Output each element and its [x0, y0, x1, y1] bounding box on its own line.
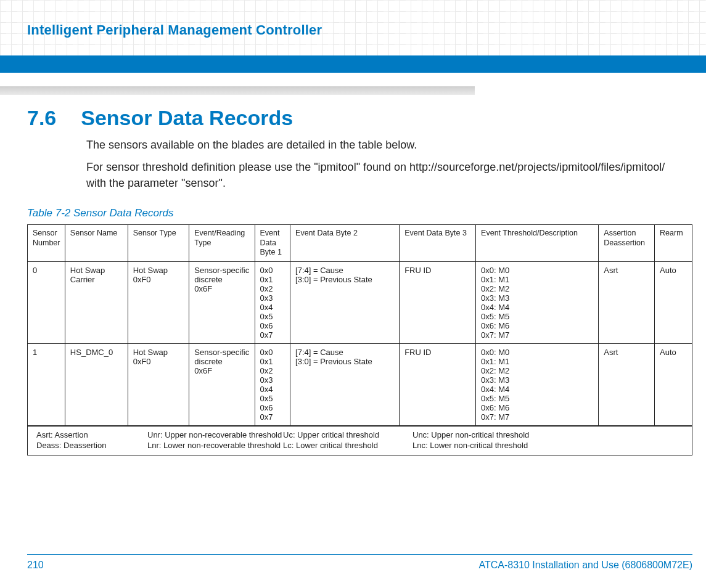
cell-event-data-byte-1: 0x0 0x1 0x2 0x3 0x4 0x5 0x6 0x7: [255, 343, 290, 426]
th-event-data-byte-3: Event Data Byte 3: [400, 225, 476, 262]
cell-event-threshold-desc: 0x0: M0 0x1: M1 0x2: M2 0x3: M3 0x4: M4 …: [476, 343, 599, 426]
th-event-data-byte-2: Event Data Byte 2: [290, 225, 400, 262]
chapter-title: Intelligent Peripheral Management Contro…: [27, 22, 322, 38]
table-legend-row: Asrt: Assertion Unr: Upper non-recoverab…: [28, 426, 692, 455]
legend-uc: Uc: Upper critical threshold: [283, 430, 413, 439]
header-grey-bar: [0, 86, 475, 95]
table-row: 1 HS_DMC_0 Hot Swap 0xF0 Sensor-specific…: [28, 343, 692, 426]
cell-event-reading-type: Sensor-specific discrete 0x6F: [189, 261, 255, 343]
cell-assertion-deassertion: Asrt: [599, 343, 655, 426]
th-sensor-type: Sensor Type: [128, 225, 189, 262]
legend-lnr: Lnr: Lower non-recoverable threshold: [147, 441, 283, 450]
paragraph-2: For sensor threshold definition please u…: [86, 159, 681, 191]
cell-event-threshold-desc: 0x0: M0 0x1: M1 0x2: M2 0x3: M3 0x4: M4 …: [476, 261, 599, 343]
table-header-row: Sensor Number Sensor Name Sensor Type Ev…: [28, 225, 692, 262]
paragraph-1: The sensors available on the blades are …: [86, 137, 681, 153]
cell-rearm: Auto: [655, 343, 692, 426]
cell-sensor-number: 1: [28, 343, 65, 426]
th-event-reading-type: Event/Reading Type: [189, 225, 255, 262]
legend-deass: Deass: Deassertion: [36, 441, 147, 450]
legend-unr: Unr: Upper non-recoverable threshold: [147, 430, 283, 439]
page: Intelligent Peripheral Management Contro…: [0, 0, 706, 588]
cell-event-reading-type: Sensor-specific discrete 0x6F: [189, 343, 255, 426]
cell-event-data-byte-1: 0x0 0x1 0x2 0x3 0x4 0x5 0x6 0x7: [255, 261, 290, 343]
sensor-data-table: Sensor Number Sensor Name Sensor Type Ev…: [27, 224, 692, 455]
section-heading: 7.6 Sensor Data Records: [27, 106, 293, 130]
doc-title: ATCA-8310 Installation and Use (6806800M…: [478, 560, 692, 571]
th-assertion-deassertion: Assertion Deassertion: [599, 225, 655, 262]
cell-sensor-name: Hot Swap Carrier: [65, 261, 128, 343]
table-row: 0 Hot Swap Carrier Hot Swap 0xF0 Sensor-…: [28, 261, 692, 343]
section-title: Sensor Data Records: [81, 106, 293, 130]
cell-sensor-number: 0: [28, 261, 65, 343]
th-rearm: Rearm: [655, 225, 692, 262]
cell-sensor-name: HS_DMC_0: [65, 343, 128, 426]
section-number: 7.6: [27, 106, 56, 130]
cell-event-data-byte-3: FRU ID: [400, 343, 476, 426]
page-footer: 210 ATCA-8310 Installation and Use (6806…: [27, 554, 692, 571]
legend-lc: Lc: Lower critical threshold: [283, 441, 413, 450]
legend-lnc: Lnc: Lower non-critical threshold: [413, 441, 686, 450]
page-number: 210: [27, 560, 44, 571]
th-event-data-byte-1: Event Data Byte 1: [255, 225, 290, 262]
cell-event-data-byte-2: [7:4] = Cause [3:0] = Previous State: [290, 261, 400, 343]
th-sensor-number: Sensor Number: [28, 225, 65, 262]
legend-asrt: Asrt: Assertion: [36, 430, 147, 439]
cell-assertion-deassertion: Asrt: [599, 261, 655, 343]
legend-unc: Unc: Upper non-critical threshold: [413, 430, 686, 439]
cell-rearm: Auto: [655, 261, 692, 343]
cell-event-data-byte-2: [7:4] = Cause [3:0] = Previous State: [290, 343, 400, 426]
cell-sensor-type: Hot Swap 0xF0: [128, 261, 189, 343]
header-blue-bar: [0, 55, 706, 73]
cell-event-data-byte-3: FRU ID: [400, 261, 476, 343]
th-event-threshold-desc: Event Threshold/Description: [476, 225, 599, 262]
sensor-data-table-wrap: Sensor Number Sensor Name Sensor Type Ev…: [27, 224, 692, 455]
th-sensor-name: Sensor Name: [65, 225, 128, 262]
table-caption: Table 7-2 Sensor Data Records: [27, 207, 174, 219]
table-legend: Asrt: Assertion Unr: Upper non-recoverab…: [28, 426, 692, 455]
cell-sensor-type: Hot Swap 0xF0: [128, 343, 189, 426]
